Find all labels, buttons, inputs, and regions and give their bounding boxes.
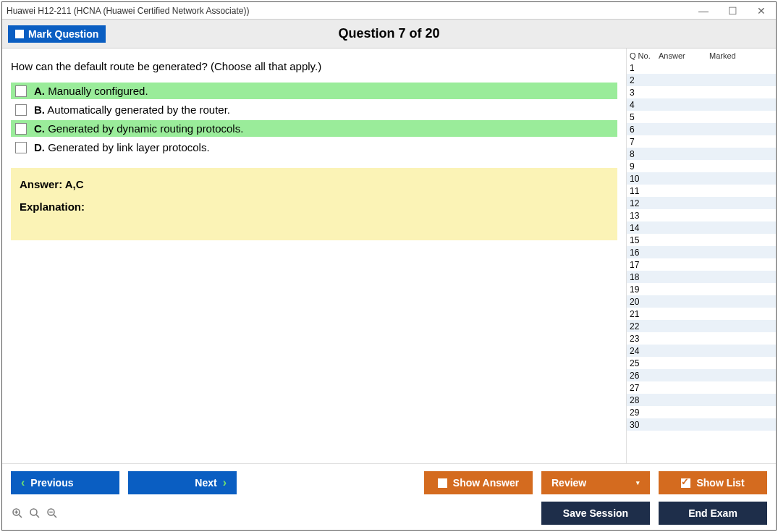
row-qno: 26 bbox=[630, 371, 659, 381]
list-row[interactable]: 17 bbox=[627, 258, 776, 271]
review-label: Review bbox=[551, 477, 586, 489]
list-row[interactable]: 9 bbox=[627, 160, 776, 172]
zoom-controls bbox=[11, 507, 59, 520]
checkbox-icon[interactable] bbox=[15, 104, 27, 116]
titlebar: Huawei H12-211 (HCNA (Huawei Certified N… bbox=[2, 2, 776, 20]
option-a[interactable]: A. Manually configured. bbox=[11, 83, 617, 99]
list-row[interactable]: 14 bbox=[627, 221, 776, 234]
save-session-label: Save Session bbox=[563, 507, 628, 519]
row-qno: 9 bbox=[630, 161, 659, 172]
list-row[interactable]: 2 bbox=[627, 74, 776, 86]
list-row[interactable]: 16 bbox=[627, 246, 776, 258]
list-row[interactable]: 1 bbox=[627, 62, 776, 74]
option-c[interactable]: C. Generated by dynamic routing protocol… bbox=[11, 120, 617, 137]
list-row[interactable]: 27 bbox=[627, 381, 776, 394]
review-button[interactable]: Review ▾ bbox=[541, 471, 650, 494]
row-qno: 28 bbox=[630, 395, 659, 405]
list-row[interactable]: 11 bbox=[627, 185, 776, 197]
list-row[interactable]: 3 bbox=[627, 86, 776, 98]
row-qno: 6 bbox=[630, 124, 659, 135]
end-exam-button[interactable]: End Exam bbox=[659, 502, 767, 525]
list-row[interactable]: 13 bbox=[627, 209, 776, 221]
list-rows[interactable]: 1234567891011121314151617181920212223242… bbox=[627, 62, 776, 463]
window-title: Huawei H12-211 (HCNA (Huawei Certified N… bbox=[7, 6, 249, 16]
row-qno: 20 bbox=[630, 297, 659, 307]
row-qno: 12 bbox=[630, 198, 659, 208]
answer-label: Answer: A,C bbox=[20, 178, 609, 190]
row-qno: 16 bbox=[630, 248, 659, 258]
main-body: How can the default route be generated? … bbox=[2, 48, 776, 463]
checkbox-icon[interactable] bbox=[15, 142, 27, 153]
zoom-in-button[interactable] bbox=[11, 507, 24, 520]
end-exam-label: End Exam bbox=[688, 507, 737, 519]
list-row[interactable]: 21 bbox=[627, 308, 776, 320]
row-qno: 13 bbox=[630, 211, 659, 221]
minimize-button[interactable]: ― bbox=[689, 2, 718, 20]
option-b[interactable]: B. Automatically generated by the router… bbox=[11, 101, 617, 118]
chevron-right-icon: › bbox=[223, 476, 227, 489]
list-row[interactable]: 18 bbox=[627, 271, 776, 283]
mark-question-button[interactable]: Mark Question bbox=[8, 25, 106, 43]
list-row[interactable]: 4 bbox=[627, 98, 776, 111]
row-qno: 19 bbox=[630, 284, 659, 295]
row-qno: 4 bbox=[630, 100, 659, 110]
app-window: Huawei H12-211 (HCNA (Huawei Certified N… bbox=[1, 1, 777, 531]
list-row[interactable]: 5 bbox=[627, 111, 776, 123]
row-qno: 18 bbox=[630, 272, 659, 282]
list-row[interactable]: 10 bbox=[627, 172, 776, 185]
svg-line-1 bbox=[19, 515, 22, 518]
option-text: Generated by dynamic routing protocols. bbox=[48, 122, 243, 135]
previous-button[interactable]: ‹ Previous bbox=[11, 471, 119, 494]
show-answer-button[interactable]: Show Answer bbox=[424, 471, 533, 494]
options-list: A. Manually configured.B. Automatically … bbox=[2, 83, 626, 158]
list-row[interactable]: 29 bbox=[627, 406, 776, 418]
list-row[interactable]: 20 bbox=[627, 295, 776, 308]
list-row[interactable]: 12 bbox=[627, 197, 776, 209]
question-list-panel: Q No. Answer Marked 12345678910111213141… bbox=[626, 48, 776, 463]
row-qno: 29 bbox=[630, 408, 659, 418]
save-session-button[interactable]: Save Session bbox=[541, 502, 650, 525]
zoom-reset-button[interactable] bbox=[28, 507, 41, 520]
list-row[interactable]: 26 bbox=[627, 369, 776, 381]
row-qno: 17 bbox=[630, 260, 659, 270]
list-row[interactable]: 8 bbox=[627, 148, 776, 160]
list-row[interactable]: 24 bbox=[627, 345, 776, 357]
svg-point-4 bbox=[30, 509, 37, 515]
checkbox-icon bbox=[438, 478, 447, 488]
chevron-left-icon: ‹ bbox=[21, 476, 25, 489]
list-row[interactable]: 22 bbox=[627, 320, 776, 332]
list-header: Q No. Answer Marked bbox=[627, 48, 776, 62]
row-qno: 14 bbox=[630, 223, 659, 233]
list-row[interactable]: 7 bbox=[627, 135, 776, 148]
next-label: Next bbox=[195, 477, 216, 489]
checkbox-icon[interactable] bbox=[15, 85, 27, 97]
row-qno: 23 bbox=[630, 334, 659, 344]
option-letter: D. bbox=[34, 141, 45, 153]
zoom-out-button[interactable] bbox=[46, 507, 59, 520]
caret-down-icon: ▾ bbox=[636, 479, 640, 486]
list-row[interactable]: 19 bbox=[627, 283, 776, 295]
row-qno: 10 bbox=[630, 174, 659, 184]
previous-label: Previous bbox=[30, 477, 73, 489]
checkbox-icon[interactable] bbox=[15, 123, 27, 135]
close-button[interactable]: ✕ bbox=[747, 2, 776, 20]
checkbox-icon bbox=[15, 30, 24, 38]
show-answer-label: Show Answer bbox=[453, 477, 519, 489]
list-row[interactable]: 6 bbox=[627, 123, 776, 135]
list-row[interactable]: 23 bbox=[627, 332, 776, 345]
list-row[interactable]: 28 bbox=[627, 394, 776, 406]
next-button[interactable]: Next › bbox=[128, 471, 237, 494]
question-text: How can the default route be generated? … bbox=[2, 54, 626, 83]
list-row[interactable]: 25 bbox=[627, 357, 776, 369]
list-row[interactable]: 30 bbox=[627, 418, 776, 431]
row-qno: 22 bbox=[630, 321, 659, 332]
row-qno: 1 bbox=[630, 63, 659, 73]
list-row[interactable]: 15 bbox=[627, 234, 776, 246]
maximize-button[interactable]: ☐ bbox=[718, 2, 747, 20]
show-list-button[interactable]: Show List bbox=[659, 471, 767, 494]
toolbar: Mark Question Question 7 of 20 bbox=[2, 20, 776, 48]
col-answer: Answer bbox=[659, 51, 709, 60]
row-qno: 11 bbox=[630, 186, 659, 196]
option-d[interactable]: D. Generated by link layer protocols. bbox=[11, 139, 617, 156]
col-marked: Marked bbox=[709, 51, 773, 60]
